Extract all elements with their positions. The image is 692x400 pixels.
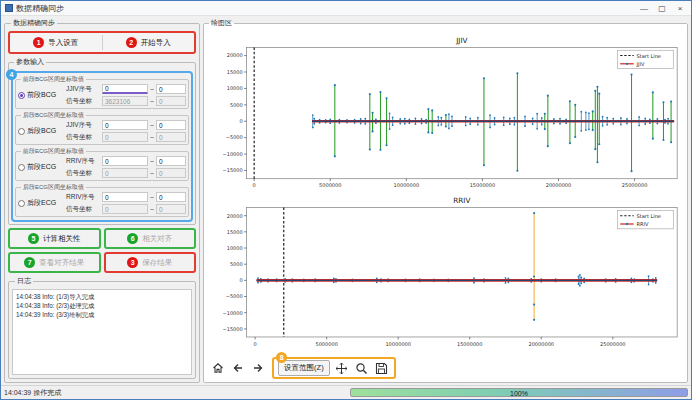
svg-text:15000: 15000 (227, 229, 243, 235)
progress-bar: 100% (350, 388, 688, 397)
statusbar: 14:04:39 操作完成 100% (1, 385, 691, 399)
step-badge-7: 7 (24, 257, 35, 268)
jjiv-chart[interactable]: JJIV−15000−10000−50000500010000150002000… (206, 30, 685, 196)
plot-area-panel: 绘图区 JJIV−15000−10000−5000050001000015000… (203, 18, 688, 383)
svg-text:5000000: 5000000 (316, 341, 338, 347)
svg-text:−15000: −15000 (223, 167, 243, 173)
svg-text:15000000: 15000000 (457, 341, 483, 347)
front-bcg-radio[interactable]: 前段BCG (18, 90, 64, 100)
rear-bcg-radio[interactable]: 后段BCG (18, 126, 64, 136)
figure-canvas[interactable]: JJIV−15000−10000−50000500010000150002000… (206, 30, 685, 356)
window-title: 数据精确同步 (16, 3, 635, 14)
annotated-toolbar-group: 8 设置范围(Z) (272, 357, 396, 379)
maximize-button[interactable]: ▢ (653, 2, 671, 15)
signal-coord-start-input (102, 204, 148, 214)
signal-coord-end-input (156, 132, 186, 142)
import-button-group: 1 导入设置 2 开始导入 (8, 31, 196, 54)
rriv-seq-end-input[interactable] (156, 156, 186, 166)
signal-coord-end-input (156, 204, 186, 214)
app-window: 数据精确同步 — ▢ × 数据精确同步 1 导入设置 2 开始导入 (0, 0, 692, 400)
save-result-button[interactable]: 3 保存结果 (104, 252, 197, 273)
back-arrow-icon[interactable] (230, 360, 246, 376)
signal-coord-end-input (156, 168, 186, 178)
svg-text:0: 0 (240, 277, 243, 283)
front-ecg-radio[interactable]: 前段ECG (18, 162, 64, 172)
svg-text:RRIV: RRIV (637, 221, 649, 227)
svg-text:0: 0 (254, 341, 257, 347)
rear-bcg-group: 后段BCG区间坐标取值 后段BCG JJIV序号 (15, 111, 189, 145)
view-align-result-button[interactable]: 7 查看对齐结果 (8, 252, 101, 273)
start-import-label: 开始导入 (141, 38, 171, 48)
pan-icon[interactable] (334, 360, 350, 376)
svg-text:JJIV: JJIV (636, 61, 645, 67)
home-icon[interactable] (210, 360, 226, 376)
rriv-seq-start-input[interactable] (102, 156, 148, 166)
jjiv-seq-start-input[interactable] (102, 120, 148, 130)
svg-text:10000: 10000 (227, 245, 243, 251)
progress-value: 100% (351, 389, 687, 398)
front-ecg-group: 前段ECG区间坐标取值 前段ECG RRIV序号 (15, 147, 189, 181)
correlation-align-button[interactable]: 6 相关对齐 (104, 228, 197, 249)
step-badge-1: 1 (33, 37, 44, 48)
svg-text:10000000: 10000000 (394, 182, 420, 188)
rear-ecg-radio[interactable]: 后段ECG (18, 198, 64, 208)
set-range-button[interactable]: 设置范围(Z) (278, 360, 330, 376)
app-icon (5, 4, 13, 12)
import-settings-label: 导入设置 (48, 38, 78, 48)
radio-icon (18, 200, 25, 207)
svg-text:0: 0 (240, 118, 243, 124)
svg-text:0: 0 (253, 182, 256, 188)
signal-coord-start-input (102, 96, 148, 106)
start-import-button[interactable]: 2 开始导入 (103, 33, 195, 52)
import-settings-button[interactable]: 1 导入设置 (10, 33, 102, 52)
svg-text:25000000: 25000000 (622, 182, 648, 188)
svg-text:15000: 15000 (227, 69, 243, 75)
main-area: 数据精确同步 1 导入设置 2 开始导入 参数输入 4 (1, 16, 691, 385)
jjiv-seq-start-input[interactable] (102, 84, 148, 94)
calc-correlation-button[interactable]: 5 计算相关性 (8, 228, 101, 249)
rear-ecg-group: 后段ECG区间坐标取值 后段ECG RRIV序号 (15, 183, 189, 217)
radio-icon (18, 164, 25, 171)
rriv-chart[interactable]: RRIV−15000−10000−50000500010000150002000… (206, 196, 685, 354)
svg-text:Start Line: Start Line (637, 213, 661, 219)
svg-text:15000000: 15000000 (470, 182, 496, 188)
left-panel-label: 数据精确同步 (11, 18, 57, 28)
step-badge-6: 6 (127, 233, 138, 244)
rriv-seq-start-input[interactable] (102, 192, 148, 202)
step-badge-5: 5 (28, 233, 39, 244)
jjiv-seq-end-input[interactable] (156, 120, 186, 130)
radio-icon (18, 128, 25, 135)
signal-coord-end-input (156, 96, 186, 106)
status-message: 14:04:39 操作完成 (4, 388, 344, 398)
svg-text:−10000: −10000 (223, 151, 243, 157)
svg-text:25000000: 25000000 (600, 341, 626, 347)
log-line: 14:04:38 Info: (2/3)处理完成 (16, 301, 188, 310)
zoom-icon[interactable] (354, 360, 370, 376)
signal-coord-start-input (102, 132, 148, 142)
plot-toolbar: 8 设置范围(Z) (206, 356, 685, 380)
close-button[interactable]: × (671, 2, 689, 15)
svg-text:10000: 10000 (227, 85, 243, 91)
svg-text:20000: 20000 (227, 213, 243, 219)
step-badge-4: 4 (6, 69, 17, 80)
svg-text:JJIV: JJIV (455, 36, 467, 45)
log-output[interactable]: 14:04:38 Info: (1/3)导入完成 14:04:38 Info: … (12, 289, 192, 375)
step-badge-2: 2 (126, 37, 137, 48)
svg-text:−5000: −5000 (226, 293, 243, 299)
log-label: 日志 (15, 276, 33, 286)
svg-text:20000: 20000 (227, 52, 243, 58)
signal-coord-start-input (102, 168, 148, 178)
titlebar: 数据精确同步 — ▢ × (1, 1, 691, 16)
forward-arrow-icon[interactable] (250, 360, 266, 376)
step-badge-3: 3 (127, 257, 138, 268)
save-figure-icon[interactable] (374, 360, 390, 376)
svg-text:−5000: −5000 (226, 134, 243, 140)
svg-text:5000: 5000 (230, 261, 243, 267)
plot-area-label: 绘图区 (209, 18, 234, 28)
rriv-seq-end-input[interactable] (156, 192, 186, 202)
log-line: 14:04:39 Info: (3/3)绘制完成 (16, 310, 188, 319)
jjiv-seq-end-input[interactable] (156, 84, 186, 94)
log-line: 14:04:38 Info: (1/3)导入完成 (16, 292, 188, 301)
svg-text:Start Line: Start Line (637, 53, 661, 59)
minimize-button[interactable]: — (635, 2, 653, 15)
